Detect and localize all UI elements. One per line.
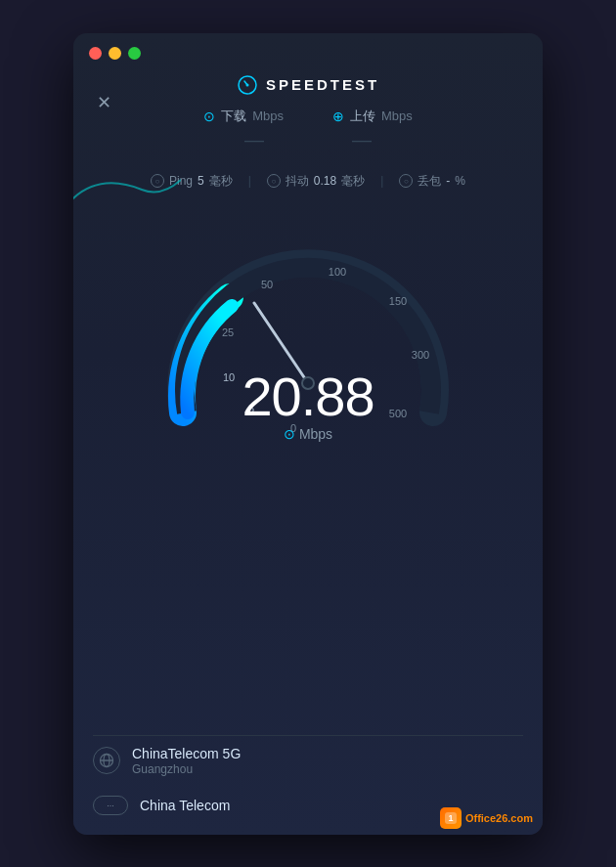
close-button[interactable] bbox=[89, 47, 102, 60]
watermark-icon: 1 bbox=[440, 807, 462, 829]
server-name: ChinaTelecom 5G bbox=[132, 746, 241, 761]
stats-row: ○ Ping 5 毫秒 | ○ 抖动 0.18 毫秒 | ○ 丢包 - % bbox=[73, 165, 543, 197]
speed-down-icon: ⊙ bbox=[284, 426, 295, 442]
speed-display: 20.88 ⊙ Mbps bbox=[242, 369, 374, 442]
jitter-stat: ○ 抖动 0.18 毫秒 bbox=[267, 173, 365, 190]
provider-name: China Telecom bbox=[140, 798, 230, 813]
server-details: ChinaTelecom 5G Guangzhou bbox=[132, 746, 241, 776]
current-speed-value: 20.88 bbox=[242, 369, 374, 424]
app-window: ✕ SPEEDTEST ⊙ 下载 Mbps ⊕ 上传 Mbps bbox=[73, 33, 543, 835]
server-globe-icon bbox=[93, 747, 120, 774]
speed-unit-row: ⊙ Mbps bbox=[242, 426, 374, 442]
speed-labels-row: ⊙ 下载 Mbps ⊕ 上传 Mbps bbox=[203, 108, 413, 125]
gauge-container: 0 5 10 25 50 100 150 300 500 bbox=[142, 217, 474, 452]
jitter-icon: ○ bbox=[267, 174, 281, 188]
svg-text:100: 100 bbox=[329, 266, 346, 278]
provider-icon: ··· bbox=[93, 796, 128, 815]
ping-stat: ○ Ping 5 毫秒 bbox=[151, 173, 233, 190]
ping-icon: ○ bbox=[151, 174, 164, 188]
stat-separator-2: | bbox=[380, 174, 383, 188]
speed-unit-label: Mbps bbox=[299, 426, 332, 442]
svg-text:150: 150 bbox=[389, 295, 407, 307]
header: SPEEDTEST ⊙ 下载 Mbps ⊕ 上传 Mbps — — bbox=[73, 55, 543, 152]
server-location: Guangzhou bbox=[132, 762, 241, 776]
svg-point-1 bbox=[245, 83, 248, 86]
svg-text:300: 300 bbox=[412, 349, 429, 361]
svg-text:10: 10 bbox=[223, 371, 235, 383]
watermark-text: Office26.com bbox=[465, 812, 533, 824]
download-value: — bbox=[225, 129, 284, 152]
speed-values-row: — — bbox=[225, 129, 391, 152]
maximize-button[interactable] bbox=[128, 47, 141, 60]
loss-stat: ○ 丢包 - % bbox=[399, 173, 465, 190]
svg-text:500: 500 bbox=[389, 408, 407, 419]
server-info-row: ChinaTelecom 5G Guangzhou bbox=[93, 735, 523, 786]
traffic-lights bbox=[89, 47, 141, 60]
watermark: 1 Office26.com bbox=[440, 807, 533, 829]
upload-icon: ⊕ bbox=[332, 108, 344, 124]
titlebar bbox=[73, 33, 543, 55]
loss-icon: ○ bbox=[399, 174, 413, 188]
svg-text:1: 1 bbox=[448, 813, 453, 823]
app-title-text: SPEEDTEST bbox=[266, 76, 379, 93]
gauge-area: 0 5 10 25 50 100 150 300 500 bbox=[73, 197, 543, 721]
svg-text:50: 50 bbox=[261, 279, 273, 290]
download-icon: ⊙ bbox=[203, 108, 215, 124]
close-x-button[interactable]: ✕ bbox=[89, 88, 118, 117]
speedtest-logo-icon bbox=[237, 74, 258, 96]
app-title-row: SPEEDTEST bbox=[237, 74, 379, 96]
svg-text:25: 25 bbox=[222, 326, 234, 338]
stat-separator-1: | bbox=[248, 174, 251, 188]
upload-label: ⊕ 上传 Mbps bbox=[332, 108, 413, 125]
minimize-button[interactable] bbox=[109, 47, 121, 60]
upload-value: — bbox=[332, 129, 391, 152]
download-label: ⊙ 下载 Mbps bbox=[203, 108, 284, 125]
